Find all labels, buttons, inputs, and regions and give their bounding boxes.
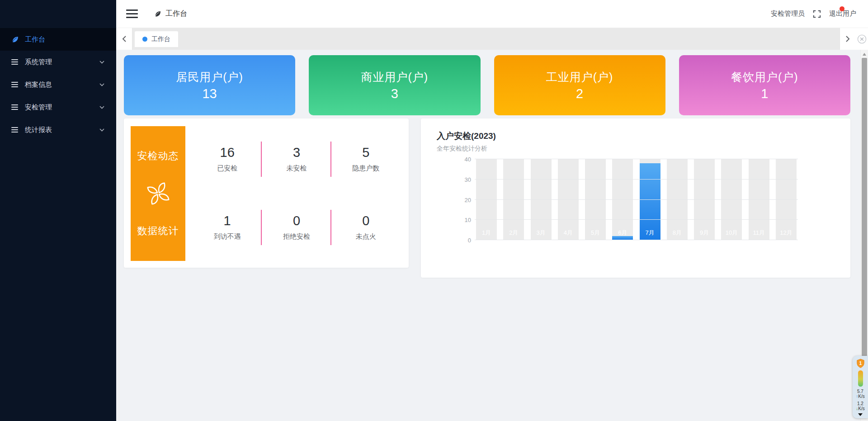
bar-month-12[interactable]: 12月 [776, 159, 797, 240]
upload-speed: 5.7 ↑K/s [856, 389, 864, 399]
sidebar-item-reports[interactable]: 统计报表 [0, 118, 116, 141]
active-tab-dot [142, 37, 147, 42]
breadcrumb: 工作台 [154, 9, 187, 19]
scrollbar-up-arrow-icon[interactable] [863, 53, 866, 56]
x-axis-month-label: 3月 [531, 229, 552, 237]
tags-view-bar: 工作台 [116, 28, 868, 50]
bar-month-3[interactable]: 3月 [531, 159, 552, 240]
shield-badge-count: 1 [859, 361, 862, 366]
stat-not-ignited: 0 未点火 [331, 193, 401, 261]
stat-label: 已安检 [217, 164, 237, 173]
sidebar-item-workbench[interactable]: 工作台 [0, 28, 116, 51]
stat-label: 拒绝安检 [283, 232, 310, 241]
bar-month-1[interactable]: 1月 [476, 159, 497, 240]
inspection-dynamics-panel: 安检动态 数据统计 16 已安检 [124, 118, 409, 268]
download-speed-unit: K/s [858, 406, 864, 411]
gridline [475, 159, 798, 159]
card-title: 居民用户(户) [176, 70, 243, 85]
main-content: 居民用户(户) 13 商业用户(户) 3 工业用户(户) 2 餐饮用户(户) 1… [116, 50, 868, 421]
dynamics-stats-grid: 16 已安检 3 未安检 5 隐患户数 1 到访不遇 0 [193, 125, 401, 261]
card-title: 商业用户(户) [361, 70, 429, 85]
stat-refused: 0 拒绝安检 [262, 193, 331, 261]
card-value: 1 [761, 86, 768, 101]
card-industrial-users: 工业用户(户) 2 [494, 55, 665, 115]
tabs-scroll-left-button[interactable] [116, 28, 132, 50]
chevron-down-icon [99, 83, 104, 86]
chevron-down-icon [99, 61, 104, 64]
stat-label: 未安检 [286, 164, 307, 173]
card-title: 工业用户(户) [546, 70, 613, 85]
header: 工作台 安检管理员 退出用户 [116, 0, 868, 28]
sidebar-logo-area [0, 0, 116, 28]
x-axis-month-label: 11月 [749, 229, 769, 237]
card-resident-users: 居民用户(户) 13 [124, 55, 295, 115]
stat-value: 5 [362, 145, 369, 160]
tab-workbench[interactable]: 工作台 [135, 31, 178, 47]
download-speed: 1.2 ↓K/s [856, 401, 864, 411]
sidebar-item-archives[interactable]: 档案信息 [0, 73, 116, 96]
dynamics-flag: 安检动态 数据统计 [131, 126, 185, 261]
bar-month-9[interactable]: 9月 [694, 159, 715, 240]
x-axis-month-label: 8月 [667, 229, 688, 237]
sidebar: 工作台 系统管理 档案信息 安检管理 统计报表 [0, 0, 116, 421]
shield-badge-icon: 1 [856, 359, 865, 368]
user-name[interactable]: 安检管理员 [771, 9, 805, 18]
stat-label: 到访不遇 [214, 232, 241, 241]
bar-month-5[interactable]: 5月 [585, 159, 606, 240]
stat-value: 1 [224, 213, 231, 228]
sidebar-item-label: 工作台 [25, 35, 45, 44]
scrollbar-thumb[interactable] [862, 58, 867, 356]
stat-visit-missed: 1 到访不遇 [193, 193, 262, 261]
download-speed-value: 1.2 [856, 401, 864, 406]
stat-hazard-households: 5 隐患户数 [331, 125, 401, 193]
sidebar-item-label: 统计报表 [25, 126, 52, 134]
gridline [475, 199, 798, 200]
bar-month-4[interactable]: 4月 [558, 159, 579, 240]
bar-month-11[interactable]: 11月 [749, 159, 769, 240]
bar-month-7[interactable]: 7月 [640, 159, 660, 240]
menu-lines-icon [11, 127, 19, 133]
net-speed-widget[interactable]: 1 5.7 ↑K/s 1.2 ↓K/s [853, 356, 868, 418]
y-axis-tick-label: 40 [458, 156, 471, 163]
gridline [475, 219, 798, 220]
tabs-scroll-right-button[interactable] [840, 28, 856, 50]
upload-speed-value: 5.7 [856, 389, 864, 394]
y-axis-tick-label: 20 [458, 196, 471, 203]
stat-cards-row: 居民用户(户) 13 商业用户(户) 3 工业用户(户) 2 餐饮用户(户) 1 [124, 55, 850, 115]
gridline [475, 179, 798, 180]
bar-month-2[interactable]: 2月 [503, 159, 524, 240]
speed-gauge-bar [858, 370, 863, 387]
stat-value: 0 [293, 213, 300, 228]
menu-lines-icon [11, 59, 19, 65]
menu-lines-icon [11, 104, 19, 110]
stat-value: 16 [220, 145, 235, 160]
x-axis-month-label: 1月 [476, 229, 497, 237]
menu-lines-icon [11, 81, 19, 88]
tabs-close-all-zone [856, 28, 868, 50]
bar-month-10[interactable]: 10月 [721, 159, 742, 240]
hamburger-menu-icon[interactable] [126, 9, 138, 18]
sidebar-item-label: 安检管理 [25, 103, 52, 112]
x-axis-month-label: 7月 [640, 229, 660, 237]
dynamics-title: 安检动态 [137, 149, 179, 163]
y-axis-tick-label: 10 [458, 217, 471, 223]
chart-subtitle: 全年安检统计分析 [437, 145, 487, 153]
stat-value: 3 [293, 145, 300, 160]
sidebar-item-label: 系统管理 [25, 58, 52, 66]
stat-inspected: 16 已安检 [193, 125, 262, 193]
stat-label: 隐患户数 [352, 164, 379, 173]
card-title: 餐饮用户(户) [731, 70, 798, 85]
bar-month-6[interactable]: 6月 [612, 159, 633, 240]
x-axis-month-label: 2月 [503, 229, 524, 237]
caret-down-icon[interactable] [858, 413, 863, 416]
chevron-down-icon [99, 106, 104, 109]
fullscreen-icon[interactable] [813, 10, 821, 18]
bar-month-8[interactable]: 8月 [667, 159, 688, 240]
x-axis-month-label: 4月 [558, 229, 579, 237]
sidebar-item-system[interactable]: 系统管理 [0, 51, 116, 73]
sidebar-item-inspection[interactable]: 安检管理 [0, 96, 116, 118]
chart-title: 入户安检(2023) [437, 130, 496, 142]
chart-bars: 1月2月3月4月5月6月7月8月9月10月11月12月 [475, 159, 798, 240]
chevron-down-icon [99, 128, 104, 132]
close-circle-icon[interactable] [857, 34, 867, 44]
